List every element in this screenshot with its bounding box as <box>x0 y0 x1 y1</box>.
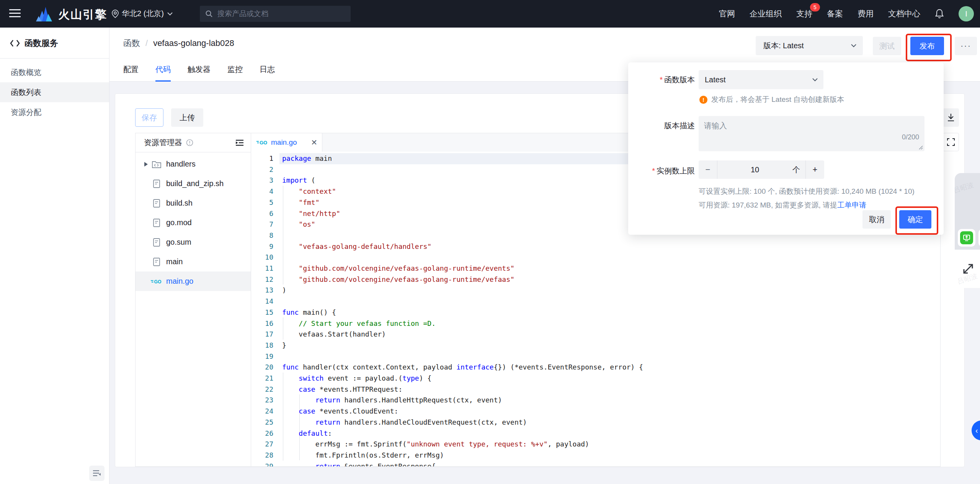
code-line: func handler(ctx context.Context, payloa… <box>282 362 940 373</box>
nav-link-5[interactable]: 文档中心 <box>888 8 920 19</box>
publish-button[interactable]: 发布 <box>910 37 944 55</box>
nav-link-2[interactable]: 支持5 <box>796 8 812 19</box>
confirm-button[interactable]: 确定 <box>899 210 931 229</box>
sidebar-item-2[interactable]: 资源分配 <box>0 102 109 122</box>
cancel-button[interactable]: 取消 <box>862 210 891 229</box>
code-line <box>282 351 940 362</box>
editor-tab-maingo[interactable]: GO main.go ✕ <box>251 133 322 152</box>
line-number: 27 <box>251 439 273 450</box>
line-number: 7 <box>251 219 273 230</box>
line-number: 24 <box>251 406 273 417</box>
chevron-left-icon: ‹ <box>975 426 978 435</box>
file-item-label: main.go <box>166 277 193 286</box>
nav-link-1[interactable]: 企业组织 <box>750 8 782 19</box>
code-line: case *events.HTTPRequest: <box>282 384 940 395</box>
description-textarea[interactable] <box>699 116 924 151</box>
file-item-handlers[interactable]: handlers <box>136 154 251 174</box>
watermark: 吕昭波 <box>956 271 979 286</box>
upload-button[interactable]: 上传 <box>171 108 203 127</box>
hamburger-menu-icon[interactable] <box>9 9 21 18</box>
ticket-link[interactable]: 工单申请 <box>837 201 866 209</box>
file-item-build.sh[interactable]: build.sh <box>136 193 251 213</box>
page: 火山引擎 华北2 (北京) 官网企业组织支持5备案费用文档中心 I 函数服务 函… <box>0 0 980 484</box>
resize-grip-icon[interactable] <box>918 145 923 150</box>
code-line: "github.com/volcengine/vefaas-golang-run… <box>282 274 940 285</box>
code-line: ) <box>282 285 940 296</box>
chevron-down-icon <box>167 12 173 16</box>
tab-2[interactable]: 触发器 <box>188 64 211 81</box>
close-tab-icon[interactable]: ✕ <box>311 138 317 147</box>
stepper-plus-button[interactable]: + <box>806 160 824 179</box>
version-select[interactable]: Latest <box>699 70 823 89</box>
collapse-explorer-icon[interactable] <box>235 139 245 146</box>
sidebar-item-1[interactable]: 函数列表 <box>0 82 109 102</box>
status-pill[interactable]: 正 <box>978 229 980 247</box>
search-input[interactable] <box>217 9 333 18</box>
version-field-label: *函数版本 <box>628 75 695 85</box>
line-number: 5 <box>251 197 273 208</box>
download-button[interactable] <box>943 108 959 127</box>
stepper-value[interactable]: 10 <box>717 165 792 174</box>
sidebar-title-label: 函数服务 <box>24 38 58 49</box>
code-line <box>282 252 940 263</box>
line-number: 2 <box>251 164 273 175</box>
tab-4[interactable]: 日志 <box>260 64 275 81</box>
code-line: // Start your vefaas function =D. <box>282 318 940 329</box>
nav-link-3[interactable]: 备案 <box>827 8 843 19</box>
chevron-down-icon <box>851 44 857 47</box>
tab-3[interactable]: 监控 <box>227 64 243 81</box>
function-tabs: 配置代码触发器监控日志 <box>123 64 275 81</box>
file-item-main.go[interactable]: GOmain.go <box>136 271 251 291</box>
panel-toggle-button[interactable]: ‹ <box>972 420 980 440</box>
tab-1[interactable]: 代码 <box>155 64 171 81</box>
save-button[interactable]: 保存 <box>135 108 163 127</box>
file-item-main[interactable]: main <box>136 252 251 271</box>
version-selector[interactable]: 版本: Latest <box>756 36 863 55</box>
code-line: } <box>282 340 940 351</box>
code-line: "github.com/volcengine/vefaas-golang-run… <box>282 263 940 274</box>
file-item-go.sum[interactable]: go.sum <box>136 232 251 252</box>
test-button[interactable]: 测试 <box>873 37 901 55</box>
instance-field-label: *实例数上限 <box>628 166 695 176</box>
stepper-minus-button[interactable]: − <box>699 160 717 179</box>
tree-caret-icon <box>141 162 151 167</box>
more-actions-button[interactable]: ··· <box>955 37 977 55</box>
breadcrumb-root[interactable]: 函数 <box>123 38 140 49</box>
nav-link-0[interactable]: 官网 <box>719 8 735 19</box>
line-number: 1 <box>251 153 273 164</box>
description-textarea-wrap: 0/200 <box>699 116 924 151</box>
sidebar-collapse-button[interactable] <box>89 466 105 481</box>
file-item-label: handlers <box>166 160 196 168</box>
code-brackets-icon <box>10 39 20 47</box>
file-item-build_and_zip.sh[interactable]: build_and_zip.sh <box>136 174 251 193</box>
quota-help-line1: 可设置实例上限: 100 个, 函数预计使用资源: 10,240 MB (102… <box>699 186 915 196</box>
screenshare-icon <box>960 231 973 244</box>
chevron-down-icon <box>812 78 818 82</box>
nav-link-4[interactable]: 费用 <box>858 8 874 19</box>
region-label: 华北2 (北京) <box>122 8 164 19</box>
info-icon <box>186 139 193 146</box>
breadcrumb-separator: / <box>145 38 148 48</box>
file-icon <box>151 199 162 208</box>
line-number: 23 <box>251 395 273 406</box>
screenshare-button[interactable] <box>958 229 975 247</box>
location-pin-icon <box>112 10 119 18</box>
code-line: errMsg := fmt.Sprintf("unknown event typ… <box>282 439 940 450</box>
file-icon <box>151 257 162 267</box>
tab-0[interactable]: 配置 <box>123 64 139 81</box>
quota-help-line2: 可用资源: 197,632 MB, 如需更多资源, 请提工单申请 <box>699 200 866 210</box>
sidebar: 函数服务 函数概览函数列表资源分配 <box>0 28 109 484</box>
fullscreen-button[interactable] <box>943 133 959 151</box>
line-number: 9 <box>251 241 273 252</box>
line-number: 18 <box>251 340 273 351</box>
download-icon <box>947 113 955 122</box>
line-number: 25 <box>251 417 273 428</box>
sidebar-item-0[interactable]: 函数概览 <box>0 62 109 82</box>
file-item-label: build.sh <box>166 199 193 208</box>
line-number: 29 <box>251 461 273 466</box>
user-avatar[interactable]: I <box>959 6 974 21</box>
file-item-go.mod[interactable]: go.mod <box>136 213 251 232</box>
notification-bell-icon[interactable] <box>935 9 944 19</box>
region-selector[interactable]: 华北2 (北京) <box>112 8 173 19</box>
global-search[interactable] <box>200 6 351 22</box>
